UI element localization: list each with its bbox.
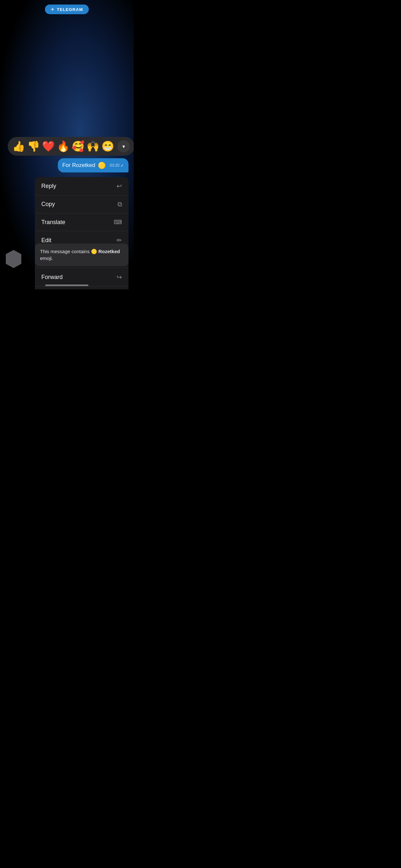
emoji-grin[interactable]: 😁 bbox=[101, 141, 114, 151]
translate-label: Translate bbox=[41, 219, 65, 226]
forward-label: Forward bbox=[41, 274, 63, 281]
forward-icon: ↪ bbox=[117, 273, 122, 281]
context-menu: Reply ↩ Copy ⧉ Translate ⌨ Edit ✏ Pin 📌 … bbox=[35, 177, 128, 289]
edit-icon: ✏ bbox=[117, 237, 122, 244]
reply-icon: ↩ bbox=[117, 182, 122, 190]
copy-label: Copy bbox=[41, 201, 55, 208]
emoji-thumbs-up[interactable]: 👍 bbox=[12, 141, 25, 151]
emoji-thumbs-down[interactable]: 👎 bbox=[27, 141, 40, 151]
info-message: This message contains 🟡 Rozetked emoji. bbox=[40, 248, 123, 261]
message-meta: 03:20 ✓ bbox=[110, 163, 124, 168]
more-reactions-button[interactable]: ▾ bbox=[118, 140, 130, 152]
app-name: TELEGRAM bbox=[57, 7, 83, 12]
message-emoji: 🟡 bbox=[98, 161, 106, 169]
menu-item-delete[interactable]: Delete 🗑 bbox=[35, 286, 128, 289]
emoji-fire[interactable]: 🔥 bbox=[57, 141, 70, 151]
reply-label: Reply bbox=[41, 183, 56, 190]
copy-icon: ⧉ bbox=[118, 200, 122, 208]
info-tooltip: This message contains 🟡 Rozetked emoji. bbox=[35, 244, 128, 266]
telegram-badge: ✈ TELEGRAM bbox=[45, 4, 89, 14]
message-time: 03:20 bbox=[110, 163, 120, 167]
message-bubble: For Rozetked 🟡 03:20 ✓ bbox=[58, 158, 128, 173]
menu-item-translate[interactable]: Translate ⌨ bbox=[35, 213, 128, 231]
menu-item-reply[interactable]: Reply ↩ bbox=[35, 177, 128, 195]
edit-label: Edit bbox=[41, 237, 51, 244]
svg-marker-0 bbox=[6, 250, 21, 268]
menu-item-forward[interactable]: Forward ↪ bbox=[35, 268, 128, 286]
hex-icon bbox=[5, 249, 22, 266]
emoji-heart[interactable]: ❤️ bbox=[42, 141, 55, 151]
menu-item-copy[interactable]: Copy ⧉ bbox=[35, 195, 128, 213]
read-check-icon: ✓ bbox=[120, 163, 124, 168]
emoji-clap[interactable]: 🙌 bbox=[87, 141, 99, 151]
telegram-icon: ✈ bbox=[51, 7, 55, 12]
message-text: For Rozetked bbox=[62, 162, 95, 168]
chevron-down-icon: ▾ bbox=[122, 144, 125, 150]
home-indicator bbox=[45, 284, 89, 286]
reaction-bar: 👍 👎 ❤️ 🔥 🥰 🙌 😁 ▾ bbox=[8, 137, 134, 156]
emoji-love-face[interactable]: 🥰 bbox=[72, 141, 85, 151]
translate-icon: ⌨ bbox=[114, 219, 122, 226]
